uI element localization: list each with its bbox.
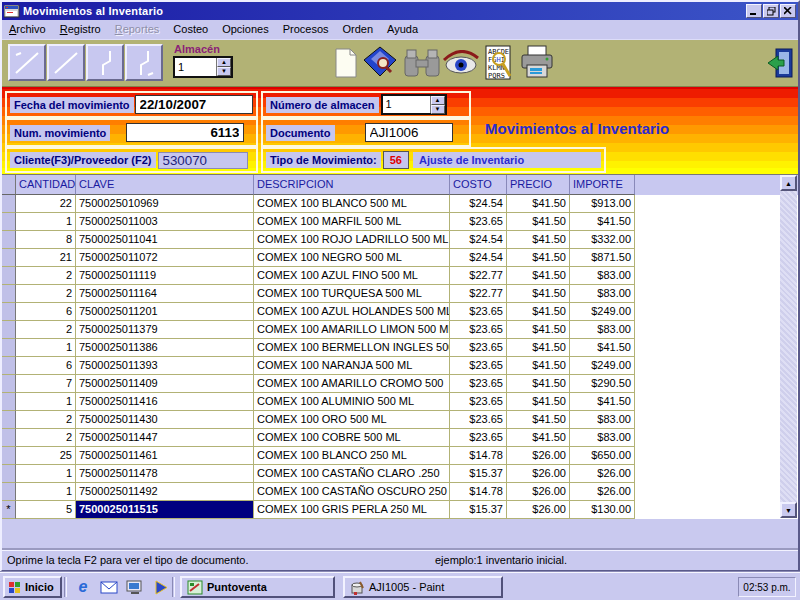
row-selector[interactable] [2, 285, 16, 303]
header-precio[interactable]: PRECIO [507, 175, 570, 195]
cell[interactable]: $24.54 [450, 231, 507, 249]
cell[interactable]: 2 [16, 429, 76, 447]
cell[interactable]: $83.00 [570, 321, 635, 339]
cell[interactable]: COMEX 100 ORO 500 ML [254, 411, 450, 429]
cell[interactable]: COMEX 100 NEGRO 500 ML [254, 249, 450, 267]
cell[interactable]: COMEX 100 AZUL HOLANDES 500 ML [254, 303, 450, 321]
row-selector[interactable] [2, 231, 16, 249]
cell[interactable]: $15.37 [450, 465, 507, 483]
cell[interactable]: 7500025011072 [76, 249, 254, 267]
cell[interactable]: 2 [16, 285, 76, 303]
table-row[interactable]: 67500025011393COMEX 100 NARANJA 500 ML$2… [2, 357, 798, 375]
row-selector[interactable] [2, 393, 16, 411]
cell[interactable]: $41.50 [507, 321, 570, 339]
cell[interactable]: $83.00 [570, 429, 635, 447]
cell[interactable]: $23.65 [450, 339, 507, 357]
nav-last-button[interactable] [125, 44, 163, 81]
cell[interactable]: $41.50 [507, 429, 570, 447]
cell[interactable]: $41.50 [570, 213, 635, 231]
cell[interactable]: $41.50 [507, 195, 570, 213]
cell[interactable]: $23.65 [450, 411, 507, 429]
fecha-input[interactable] [135, 95, 253, 114]
cell[interactable]: $22.77 [450, 267, 507, 285]
row-selector[interactable] [2, 339, 16, 357]
cell[interactable]: 6 [16, 303, 76, 321]
view-button[interactable] [442, 50, 480, 76]
cell[interactable]: $26.00 [507, 483, 570, 501]
table-row[interactable]: 17500025011492COMEX 100 CASTAÑO OSCURO 2… [2, 483, 798, 501]
cell[interactable]: $22.77 [450, 285, 507, 303]
cell[interactable]: $23.65 [450, 213, 507, 231]
cell[interactable]: $913.00 [570, 195, 635, 213]
cell[interactable]: 7500025011447 [76, 429, 254, 447]
cell[interactable]: $14.78 [450, 447, 507, 465]
ie-quicklaunch-button[interactable]: e [72, 577, 94, 597]
almacen-value[interactable]: 1 [175, 58, 216, 76]
header-descripcion[interactable]: DESCRIPCION [254, 175, 450, 195]
cell[interactable]: $41.50 [507, 393, 570, 411]
menu-opciones[interactable]: Opciones [215, 20, 275, 39]
cell[interactable]: $26.00 [507, 465, 570, 483]
cell[interactable]: $41.50 [507, 249, 570, 267]
cell[interactable]: 2 [16, 321, 76, 339]
cell[interactable]: $24.54 [450, 195, 507, 213]
cell[interactable]: $23.65 [450, 357, 507, 375]
menu-reportes[interactable]: Reportes [108, 20, 167, 39]
cell[interactable]: $23.65 [450, 429, 507, 447]
table-row[interactable]: 27500025011379COMEX 100 AMARILLO LIMON 5… [2, 321, 798, 339]
task-paint[interactable]: AJI1005 - Paint [343, 576, 503, 598]
cell[interactable]: 21 [16, 249, 76, 267]
menu-ayuda[interactable]: Ayuda [380, 20, 425, 39]
cell[interactable]: 1 [16, 465, 76, 483]
cell[interactable]: 2 [16, 411, 76, 429]
cell[interactable]: 7500025011119 [76, 267, 254, 285]
cell[interactable]: $41.50 [570, 339, 635, 357]
restore-button[interactable] [763, 4, 779, 18]
cell[interactable]: 25 [16, 447, 76, 465]
cell[interactable]: 1 [16, 213, 76, 231]
cell[interactable]: 8 [16, 231, 76, 249]
cell[interactable]: $41.50 [507, 285, 570, 303]
table-row[interactable]: 87500025011041COMEX 100 ROJO LADRILLO 50… [2, 231, 798, 249]
cell[interactable]: COMEX 100 GRIS PERLA 250 ML [254, 501, 450, 519]
header-clave[interactable]: CLAVE [76, 175, 254, 195]
cliente-input[interactable] [158, 152, 248, 169]
table-row[interactable]: 27500025011430COMEX 100 ORO 500 ML$23.65… [2, 411, 798, 429]
nav-prev-button[interactable] [47, 44, 85, 81]
cell[interactable]: 5 [16, 501, 76, 519]
cell[interactable]: 7500025011409 [76, 375, 254, 393]
row-selector[interactable] [2, 429, 16, 447]
cell[interactable]: 7500025011492 [76, 483, 254, 501]
media-player-quicklaunch-button[interactable] [150, 577, 172, 597]
cell[interactable]: COMEX 100 COBRE 500 ML [254, 429, 450, 447]
almacen-spin-buttons[interactable]: ▲▼ [216, 58, 231, 76]
menu-archivo[interactable]: Archivo [2, 20, 53, 39]
cell[interactable]: $26.00 [507, 501, 570, 519]
cell[interactable]: $41.50 [507, 375, 570, 393]
search-button[interactable] [404, 48, 440, 78]
header-costo[interactable]: COSTO [450, 175, 507, 195]
cell[interactable]: $26.00 [570, 483, 635, 501]
cell[interactable]: 1 [16, 339, 76, 357]
table-row[interactable]: 27500025011164COMEX 100 TURQUESA 500 ML$… [2, 285, 798, 303]
cell[interactable]: 7500025011478 [76, 465, 254, 483]
cell[interactable]: 7500025011393 [76, 357, 254, 375]
row-selector[interactable] [2, 375, 16, 393]
table-row[interactable]: 27500025011119COMEX 100 AZUL FINO 500 ML… [2, 267, 798, 285]
header-importe[interactable]: IMPORTE [570, 175, 635, 195]
spell-check-button[interactable]: ABCDE FGHI KLMN PQRS [484, 45, 514, 81]
cell[interactable]: COMEX 100 AMARILLO LIMON 500 ML [254, 321, 450, 339]
cell[interactable]: COMEX 100 ALUMINIO 500 ML [254, 393, 450, 411]
cell[interactable]: COMEX 100 MARFIL 500 ML [254, 213, 450, 231]
cell[interactable]: $15.37 [450, 501, 507, 519]
cell[interactable]: $249.00 [570, 303, 635, 321]
cell[interactable]: 7500025010969 [76, 195, 254, 213]
cell[interactable]: 7500025011515 [76, 501, 254, 519]
cell[interactable]: $23.65 [450, 393, 507, 411]
table-row[interactable]: 257500025011461COMEX 100 BLANCO 250 ML$1… [2, 447, 798, 465]
title-bar[interactable]: Movimientos al Inventario [2, 2, 798, 20]
row-selector[interactable] [2, 267, 16, 285]
cell[interactable]: $41.50 [507, 213, 570, 231]
cell[interactable]: 2 [16, 267, 76, 285]
cell[interactable]: 22 [16, 195, 76, 213]
